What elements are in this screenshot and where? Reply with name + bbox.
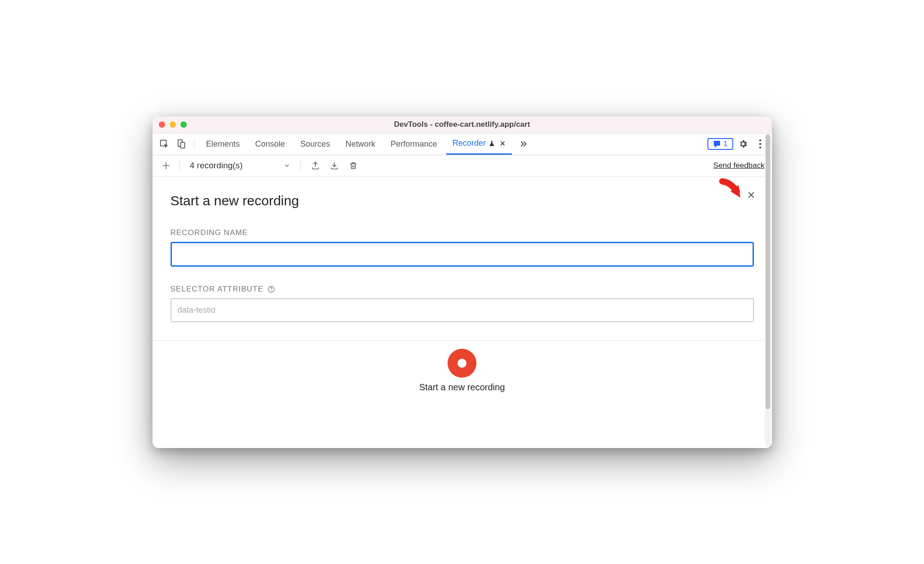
recorder-footer: Start a new recording: [152, 340, 772, 395]
tab-label: Network: [346, 139, 375, 149]
svg-point-7: [271, 291, 272, 291]
recording-name-label: RECORDING NAME: [171, 228, 754, 237]
tab-label: Console: [255, 139, 285, 149]
tab-network[interactable]: Network: [339, 133, 382, 155]
selector-attribute-label-text: SELECTOR ATTRIBUTE: [171, 285, 263, 294]
divider: [194, 139, 194, 149]
recording-name-field: RECORDING NAME: [171, 228, 754, 267]
tab-recorder[interactable]: Recorder: [446, 133, 512, 155]
start-recording-panel: Start a new recording RECORDING NAME SEL…: [152, 177, 772, 322]
record-icon: [457, 359, 467, 368]
recordings-dropdown[interactable]: 4 recording(s): [187, 161, 293, 171]
tab-close-icon[interactable]: [498, 140, 506, 147]
help-icon[interactable]: [267, 285, 275, 293]
tab-console[interactable]: Console: [249, 133, 291, 155]
more-tabs-button[interactable]: [515, 140, 532, 148]
tab-label: Elements: [206, 139, 240, 149]
scrollbar-thumb[interactable]: [766, 134, 770, 410]
settings-button[interactable]: [736, 137, 750, 151]
experiment-flask-icon: [489, 140, 495, 147]
devtools-window: DevTools - coffee-cart.netlify.app/cart …: [152, 116, 772, 448]
inspect-element-icon[interactable]: [157, 137, 171, 151]
new-recording-button[interactable]: [160, 158, 172, 173]
svg-point-4: [759, 143, 761, 145]
divider: [180, 160, 180, 171]
send-feedback-link[interactable]: Send feedback: [713, 161, 764, 170]
divider: [300, 160, 301, 171]
export-button[interactable]: [308, 158, 323, 173]
titlebar: DevTools - coffee-cart.netlify.app/cart: [152, 116, 772, 134]
recorder-content: Start a new recording RECORDING NAME SEL…: [152, 177, 772, 448]
close-panel-button[interactable]: [747, 190, 756, 199]
import-button[interactable]: [327, 158, 342, 173]
selector-attribute-input[interactable]: [171, 298, 754, 322]
devtools-tabbar: Elements Console Sources Network Perform…: [152, 134, 772, 155]
svg-point-3: [759, 139, 761, 142]
dropdown-label: 4 recording(s): [190, 161, 243, 171]
tab-sources[interactable]: Sources: [294, 133, 337, 155]
device-toolbar-icon[interactable]: [174, 137, 189, 151]
window-title: DevTools - coffee-cart.netlify.app/cart: [152, 120, 772, 129]
scrollbar[interactable]: [765, 134, 771, 446]
tab-performance[interactable]: Performance: [384, 133, 444, 155]
selector-attribute-field: SELECTOR ATTRIBUTE: [171, 285, 754, 322]
start-recording-button[interactable]: [448, 349, 476, 378]
svg-rect-2: [180, 142, 185, 148]
chevron-down-icon: [283, 162, 291, 169]
issues-count: 1: [724, 140, 728, 148]
delete-button[interactable]: [346, 158, 360, 173]
tab-label: Performance: [391, 139, 437, 149]
tab-elements[interactable]: Elements: [200, 133, 246, 155]
tab-label: Recorder: [453, 139, 486, 148]
tab-label: Sources: [300, 139, 330, 149]
issues-counter[interactable]: 1: [707, 138, 733, 150]
selector-attribute-label: SELECTOR ATTRIBUTE: [171, 285, 754, 294]
svg-point-5: [759, 147, 761, 149]
panel-title: Start a new recording: [171, 193, 754, 208]
start-recording-label: Start a new recording: [419, 382, 505, 393]
recorder-toolbar: 4 recording(s) Send feedback: [152, 155, 772, 177]
recording-name-input[interactable]: [171, 242, 754, 267]
